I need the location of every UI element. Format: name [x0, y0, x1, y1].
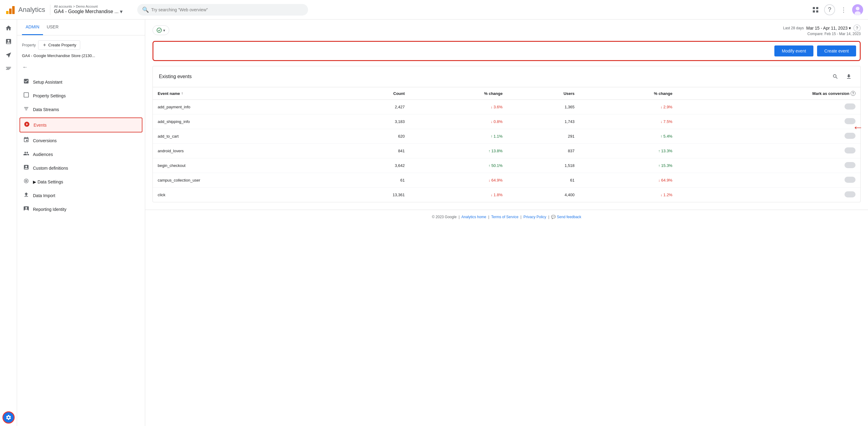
col-count: Count	[334, 87, 410, 100]
admin-tabs: ADMIN USER	[17, 20, 145, 35]
help-button[interactable]: ?	[824, 4, 835, 15]
account-selector[interactable]: All accounts > Demo Account GA4 - Google…	[50, 5, 126, 15]
svg-rect-2	[12, 6, 14, 14]
users-cell: 61	[507, 173, 580, 188]
date-range-dates[interactable]: Mar 15 - Apr 11, 2023 ▾	[806, 26, 851, 31]
toggle-cell	[677, 188, 860, 202]
copyright-text: © 2023 Google	[432, 215, 457, 219]
conversion-toggle[interactable]	[844, 162, 856, 168]
event-name-cell: begin_checkout	[153, 158, 334, 173]
svg-rect-5	[813, 10, 815, 12]
privacy-policy-link[interactable]: Privacy Policy	[523, 215, 546, 219]
count-cell: 61	[334, 173, 410, 188]
up-arrow-icon: ↑	[660, 134, 662, 139]
filter-chip[interactable]: ▾	[153, 25, 169, 35]
up-arrow-icon: ↑	[658, 163, 660, 168]
send-feedback-link[interactable]: Send feedback	[557, 215, 581, 219]
count-cell: 841	[334, 144, 410, 158]
count-cell: 13,361	[334, 188, 410, 202]
date-range-label: Last 28 days	[783, 26, 804, 30]
sidebar-item-custom-definitions[interactable]: Custom definitions	[17, 161, 145, 175]
tab-user[interactable]: USER	[43, 20, 62, 35]
count-pct-cell: ↑ 1.1%	[410, 129, 507, 144]
conversion-toggle[interactable]	[844, 133, 856, 139]
search-input[interactable]	[151, 7, 303, 12]
tab-admin[interactable]: ADMIN	[22, 20, 43, 35]
audiences-label: Audiences	[33, 152, 53, 157]
sidebar-item-reporting-identity[interactable]: Reporting Identity	[17, 202, 145, 216]
data-import-icon	[23, 192, 29, 199]
app-title: Analytics	[18, 6, 45, 14]
conversion-toggle[interactable]	[844, 147, 856, 153]
existing-events-title: Existing events	[159, 74, 192, 79]
sidebar-item-conversions[interactable]: Conversions	[17, 134, 145, 147]
nav-home-button[interactable]	[2, 22, 14, 34]
count-cell: 2,427	[334, 100, 410, 115]
data-streams-label: Data Streams	[33, 107, 59, 112]
more-options-button[interactable]: ⋮	[837, 4, 850, 16]
create-property-button[interactable]: ＋ Create Property	[38, 40, 80, 50]
property-label: Property	[22, 43, 36, 47]
search-events-button[interactable]	[830, 71, 841, 82]
top-header: Analytics All accounts > Demo Account GA…	[0, 0, 868, 20]
sidebar-item-audiences[interactable]: Audiences	[17, 147, 145, 161]
sidebar-item-setup-assistant[interactable]: Setup Assistant	[17, 75, 145, 89]
users-cell: 4,400	[507, 188, 580, 202]
up-arrow-icon: ↑	[488, 149, 490, 153]
back-btn-row: ←	[17, 62, 145, 75]
setup-assistant-icon	[23, 78, 29, 86]
conversion-toggle[interactable]	[844, 103, 856, 110]
nav-reports-button[interactable]	[2, 35, 14, 48]
down-arrow-icon: ↓	[660, 193, 662, 197]
svg-rect-3	[813, 7, 815, 9]
nav-settings-button[interactable]	[2, 412, 14, 424]
svg-rect-6	[816, 10, 818, 12]
apps-grid-button[interactable]	[809, 4, 822, 16]
svg-rect-1	[9, 8, 11, 14]
count-pct-cell: ↓ 0.8%	[410, 115, 507, 129]
sidebar-item-data-settings[interactable]: ▶ Data Settings	[17, 175, 145, 189]
up-arrow-icon: ↑	[491, 134, 493, 139]
modify-event-button[interactable]: Modify event	[774, 45, 813, 57]
section-actions	[830, 71, 854, 82]
analytics-home-link[interactable]: Analytics home	[461, 215, 486, 219]
table-row: add_shipping_info 3,183 ↓ 0.8% 1,743 ↓ 7…	[153, 115, 860, 129]
event-name-cell: add_shipping_info	[153, 115, 334, 129]
sidebar-item-data-streams[interactable]: Data Streams	[17, 102, 145, 116]
down-arrow-icon: ↓	[660, 105, 662, 109]
left-nav	[0, 20, 17, 426]
events-container: Modify event Create event Existing event…	[145, 41, 868, 210]
date-help-button[interactable]: ?	[854, 24, 861, 32]
admin-content: Property ＋ Create Property GA4 - Google …	[17, 35, 145, 426]
col-event-name: Event name ↑	[153, 87, 334, 100]
nav-advertising-button[interactable]	[2, 62, 14, 74]
sidebar-item-events[interactable]: Events	[20, 118, 142, 132]
count-pct-cell: ↑ 50.1%	[410, 158, 507, 173]
logo-area: Analytics	[5, 4, 45, 15]
conversion-toggle[interactable]	[844, 191, 856, 197]
back-button[interactable]: ←	[20, 62, 31, 72]
table-row: android_lovers 841 ↑ 13.8% 837 ↑ 13.3%	[153, 144, 860, 158]
terms-of-service-link[interactable]: Terms of Service	[491, 215, 518, 219]
arrow-annotation-toggle: ←	[852, 121, 863, 134]
custom-definitions-icon	[23, 164, 29, 172]
download-events-button[interactable]	[843, 71, 854, 82]
nav-explore-button[interactable]	[2, 49, 14, 61]
create-event-button[interactable]: Create event	[817, 45, 856, 57]
audiences-icon	[23, 150, 29, 158]
property-name: GA4 - Google Merchandise Store (2130...	[17, 53, 145, 62]
filter-row: ▾	[153, 25, 169, 35]
svg-point-12	[24, 179, 28, 183]
user-avatar[interactable]	[852, 4, 863, 15]
page-footer: © 2023 Google | Analytics home | Terms o…	[145, 210, 868, 224]
sidebar-item-property-settings[interactable]: Property Settings	[17, 89, 145, 102]
down-arrow-icon: ↓	[660, 120, 662, 124]
feedback-icon: 💬	[551, 215, 556, 219]
svg-rect-0	[6, 11, 8, 14]
conversion-toggle[interactable]	[844, 177, 856, 183]
header-actions: ? ⋮	[809, 4, 863, 16]
search-bar[interactable]: 🔍	[137, 4, 308, 16]
sort-asc-icon[interactable]: ↑	[181, 91, 183, 95]
users-pct-cell: ↓ 1.2%	[580, 188, 677, 202]
sidebar-item-data-import[interactable]: Data Import	[17, 189, 145, 202]
